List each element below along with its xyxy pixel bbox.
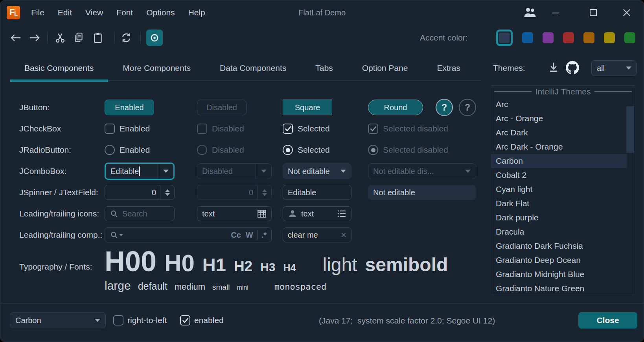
- clearable-text-field[interactable]: clear me ×: [283, 227, 351, 242]
- accent-swatch-red[interactable]: [563, 32, 574, 43]
- runtime-info: (Java 17; system scale factor 2.0; Segoe…: [319, 316, 495, 325]
- help-button-primary[interactable]: ?: [436, 99, 453, 116]
- checkbox-icon: [113, 315, 123, 325]
- themes-filter-value: all: [597, 64, 626, 73]
- radio-icon: [105, 145, 115, 155]
- theme-item[interactable]: Cobalt 2: [491, 168, 635, 182]
- accent-color-label: Accent color:: [420, 33, 467, 43]
- rtl-checkbox[interactable]: right-to-left: [113, 315, 167, 325]
- h1-sample: H1: [202, 254, 226, 275]
- tab-basic-components[interactable]: Basic Components: [10, 55, 108, 81]
- checkbox-checked-icon: [368, 124, 378, 134]
- theme-item[interactable]: Arc - Orange: [491, 111, 635, 126]
- medium-sample: medium: [175, 282, 205, 292]
- text-field-leading-user-trailing-list[interactable]: text: [283, 206, 351, 221]
- enabled-checkbox[interactable]: enabled: [180, 315, 224, 325]
- combobox-not-editable[interactable]: Not editable: [283, 163, 351, 179]
- h4-sample: H4: [283, 262, 296, 274]
- tab-tabs[interactable]: Tabs: [301, 55, 347, 81]
- theme-item[interactable]: Arc Dark - Orange: [491, 140, 635, 154]
- theme-item-selected[interactable]: Carbon: [491, 154, 627, 168]
- maximize-button[interactable]: [589, 0, 597, 25]
- theme-item[interactable]: Cyan light: [491, 182, 635, 196]
- accent-swatch-purple[interactable]: [543, 32, 554, 43]
- accent-swatch-default: [499, 33, 510, 43]
- whole-word-toggle[interactable]: W: [246, 231, 253, 240]
- theme-item[interactable]: Gradianto Deep Ocean: [491, 253, 635, 267]
- accent-swatch-blue[interactable]: [522, 32, 533, 43]
- row-leading-trailing-icons: Leading/trailing icons: text text: [0, 203, 490, 225]
- theme-combobox[interactable]: Carbon: [10, 312, 106, 328]
- themes-filter-combobox[interactable]: all: [591, 60, 637, 76]
- chevron-down-icon: [460, 164, 476, 179]
- regex-toggle[interactable]: .*: [261, 231, 267, 240]
- search-field[interactable]: [105, 206, 175, 221]
- theme-item[interactable]: Gradianto Nature Green: [491, 281, 635, 296]
- clear-icon[interactable]: ×: [341, 229, 346, 240]
- checkbox-selected-disabled: Selected disabled: [368, 124, 448, 134]
- theme-item[interactable]: Arc Dark: [491, 126, 635, 140]
- theme-item[interactable]: Dark Flat: [491, 196, 635, 211]
- disabled-button: Disabled: [197, 100, 247, 115]
- inspect-eye-toggle[interactable]: [146, 30, 163, 46]
- users-icon[interactable]: [523, 0, 537, 25]
- accent-swatch-green[interactable]: [624, 32, 635, 43]
- chevron-down-icon[interactable]: [158, 164, 173, 179]
- theme-item[interactable]: Dracula: [491, 225, 635, 239]
- jbutton-label: JButton:: [19, 103, 50, 112]
- large-sample: large: [105, 279, 131, 292]
- small-sample: small: [212, 283, 230, 292]
- cut-icon[interactable]: [55, 32, 66, 43]
- theme-item[interactable]: Gradianto Dark Fuchsia: [491, 239, 635, 253]
- theme-item[interactable]: Gradianto Midnight Blue: [491, 267, 635, 281]
- checkbox-enabled[interactable]: Enabled: [105, 124, 150, 134]
- textfield-editable[interactable]: Editable: [283, 185, 351, 200]
- minimize-button[interactable]: [552, 0, 560, 25]
- row-jspinner: JSpinner / JTextField: 0 0 Editable Not …: [0, 181, 490, 203]
- refresh-icon[interactable]: [121, 32, 132, 43]
- help-button-secondary[interactable]: ?: [459, 99, 476, 116]
- search-icon: [110, 209, 118, 218]
- radio-enabled[interactable]: Enabled: [105, 145, 150, 155]
- forward-button[interactable]: [29, 33, 40, 43]
- row-jcombobox: JComboBox: Editable Disabled Not editabl…: [0, 160, 490, 182]
- themes-scrollbar-thumb[interactable]: [626, 106, 634, 153]
- spinner-arrows[interactable]: [160, 185, 174, 200]
- textfield-not-editable: Not editable: [368, 185, 476, 200]
- square-button[interactable]: Square: [283, 100, 332, 115]
- tab-data-components[interactable]: Data Components: [205, 55, 301, 81]
- accent-swatch-selected[interactable]: [496, 30, 513, 46]
- light-sample: light: [323, 254, 357, 275]
- accent-swatch-orange[interactable]: [583, 32, 594, 43]
- accent-swatch-yellow[interactable]: [604, 32, 615, 43]
- tab-option-pane[interactable]: Option Pane: [348, 55, 423, 81]
- h2-sample: H2: [234, 258, 252, 275]
- search-input[interactable]: [122, 209, 166, 218]
- close-window-button[interactable]: [622, 0, 631, 25]
- tab-extras[interactable]: Extras: [422, 55, 475, 81]
- theme-item[interactable]: Dark purple: [491, 211, 635, 225]
- match-case-toggle[interactable]: Cc: [231, 231, 241, 240]
- paste-icon[interactable]: [93, 32, 103, 43]
- checkbox-selected[interactable]: Selected: [283, 124, 330, 134]
- round-button[interactable]: Round: [368, 100, 423, 115]
- download-icon[interactable]: [548, 62, 559, 74]
- chevron-down-icon: [256, 164, 271, 179]
- options-separator: [257, 230, 258, 240]
- copy-icon[interactable]: [74, 32, 84, 43]
- tab-more-components[interactable]: More Components: [108, 55, 205, 81]
- back-button[interactable]: [10, 33, 22, 43]
- jspinner-label: JSpinner / JTextField:: [19, 188, 98, 197]
- close-button[interactable]: Close: [578, 312, 637, 329]
- search-dropdown-icon[interactable]: [110, 231, 123, 239]
- radio-selected[interactable]: Selected: [283, 145, 330, 155]
- row-jradiobutton: JRadioButton: Enabled Disabled Selected …: [0, 139, 490, 161]
- github-icon[interactable]: [566, 61, 579, 74]
- search-field-with-options[interactable]: Cc W .*: [105, 227, 272, 242]
- spinner-value: 0: [105, 188, 160, 197]
- theme-item[interactable]: Arc: [491, 97, 635, 111]
- combobox-editable[interactable]: Editable: [105, 163, 175, 180]
- spinner-enabled[interactable]: 0: [105, 185, 175, 200]
- enabled-button[interactable]: Enabled: [105, 100, 154, 115]
- text-field-trailing-table[interactable]: text: [197, 206, 272, 221]
